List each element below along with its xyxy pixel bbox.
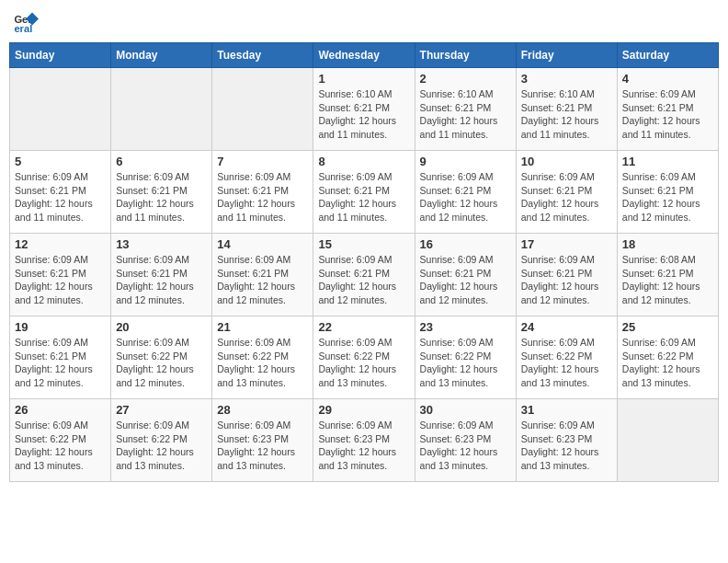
calendar-cell: 22Sunrise: 6:09 AMSunset: 6:22 PMDayligh… bbox=[313, 316, 415, 399]
day-info: Sunrise: 6:09 AMSunset: 6:21 PMDaylight:… bbox=[116, 170, 207, 224]
column-header-sunday: Sunday bbox=[10, 43, 111, 68]
day-info: Sunrise: 6:08 AMSunset: 6:21 PMDaylight:… bbox=[622, 253, 713, 307]
day-number: 13 bbox=[116, 237, 207, 251]
calendar-cell: 14Sunrise: 6:09 AMSunset: 6:21 PMDayligh… bbox=[212, 234, 313, 316]
day-number: 6 bbox=[116, 155, 207, 168]
calendar-cell: 1Sunrise: 6:10 AMSunset: 6:21 PMDaylight… bbox=[313, 68, 415, 151]
day-number: 10 bbox=[521, 155, 612, 168]
day-number: 7 bbox=[217, 155, 308, 168]
day-info: Sunrise: 6:09 AMSunset: 6:21 PMDaylight:… bbox=[622, 170, 713, 224]
calendar-cell: 9Sunrise: 6:09 AMSunset: 6:21 PMDaylight… bbox=[415, 151, 516, 234]
calendar-week-4: 19Sunrise: 6:09 AMSunset: 6:21 PMDayligh… bbox=[10, 316, 719, 399]
day-info: Sunrise: 6:09 AMSunset: 6:23 PMDaylight:… bbox=[217, 419, 308, 473]
column-header-friday: Friday bbox=[516, 43, 617, 68]
calendar-week-1: 1Sunrise: 6:10 AMSunset: 6:21 PMDaylight… bbox=[10, 68, 719, 151]
day-info: Sunrise: 6:10 AMSunset: 6:21 PMDaylight:… bbox=[521, 87, 612, 142]
calendar-cell: 19Sunrise: 6:09 AMSunset: 6:21 PMDayligh… bbox=[10, 316, 111, 399]
day-number: 15 bbox=[318, 237, 409, 251]
day-number: 16 bbox=[420, 237, 511, 251]
day-info: Sunrise: 6:09 AMSunset: 6:22 PMDaylight:… bbox=[420, 336, 511, 390]
day-number: 25 bbox=[622, 320, 713, 334]
calendar-cell: 7Sunrise: 6:09 AMSunset: 6:21 PMDaylight… bbox=[212, 151, 313, 234]
calendar-cell: 21Sunrise: 6:09 AMSunset: 6:22 PMDayligh… bbox=[212, 316, 313, 399]
day-info: Sunrise: 6:09 AMSunset: 6:22 PMDaylight:… bbox=[318, 336, 409, 390]
day-number: 4 bbox=[622, 72, 713, 86]
calendar-cell: 13Sunrise: 6:09 AMSunset: 6:21 PMDayligh… bbox=[111, 234, 212, 316]
day-info: Sunrise: 6:09 AMSunset: 6:21 PMDaylight:… bbox=[318, 253, 409, 307]
calendar-cell: 8Sunrise: 6:09 AMSunset: 6:21 PMDaylight… bbox=[313, 151, 415, 234]
calendar-cell: 12Sunrise: 6:09 AMSunset: 6:21 PMDayligh… bbox=[10, 234, 111, 316]
logo-icon: Gen eral bbox=[13, 9, 39, 35]
calendar-cell: 18Sunrise: 6:08 AMSunset: 6:21 PMDayligh… bbox=[617, 234, 718, 316]
column-header-saturday: Saturday bbox=[617, 43, 718, 68]
day-info: Sunrise: 6:09 AMSunset: 6:22 PMDaylight:… bbox=[521, 336, 612, 390]
day-info: Sunrise: 6:09 AMSunset: 6:21 PMDaylight:… bbox=[116, 253, 207, 307]
day-number: 3 bbox=[521, 72, 612, 86]
calendar-cell: 15Sunrise: 6:09 AMSunset: 6:21 PMDayligh… bbox=[313, 234, 415, 316]
column-header-wednesday: Wednesday bbox=[313, 43, 415, 68]
calendar-cell bbox=[10, 68, 111, 151]
day-number: 18 bbox=[622, 237, 713, 251]
day-info: Sunrise: 6:09 AMSunset: 6:22 PMDaylight:… bbox=[116, 336, 207, 390]
day-info: Sunrise: 6:09 AMSunset: 6:22 PMDaylight:… bbox=[15, 419, 106, 473]
day-info: Sunrise: 6:09 AMSunset: 6:21 PMDaylight:… bbox=[15, 170, 106, 224]
column-header-monday: Monday bbox=[111, 43, 212, 68]
calendar-cell: 17Sunrise: 6:09 AMSunset: 6:21 PMDayligh… bbox=[516, 234, 617, 316]
column-header-tuesday: Tuesday bbox=[212, 43, 313, 68]
calendar-cell: 3Sunrise: 6:10 AMSunset: 6:21 PMDaylight… bbox=[516, 68, 617, 151]
calendar-cell: 16Sunrise: 6:09 AMSunset: 6:21 PMDayligh… bbox=[415, 234, 516, 316]
day-number: 29 bbox=[318, 403, 409, 417]
day-number: 8 bbox=[318, 155, 409, 168]
calendar-week-2: 5Sunrise: 6:09 AMSunset: 6:21 PMDaylight… bbox=[10, 151, 719, 234]
day-info: Sunrise: 6:09 AMSunset: 6:21 PMDaylight:… bbox=[420, 170, 511, 224]
calendar-cell: 28Sunrise: 6:09 AMSunset: 6:23 PMDayligh… bbox=[212, 399, 313, 482]
day-info: Sunrise: 6:09 AMSunset: 6:21 PMDaylight:… bbox=[318, 170, 409, 224]
calendar-cell bbox=[617, 399, 718, 482]
day-number: 26 bbox=[15, 403, 106, 417]
day-info: Sunrise: 6:09 AMSunset: 6:23 PMDaylight:… bbox=[318, 419, 409, 473]
day-info: Sunrise: 6:09 AMSunset: 6:21 PMDaylight:… bbox=[420, 253, 511, 307]
day-number: 31 bbox=[521, 403, 612, 417]
calendar-cell: 11Sunrise: 6:09 AMSunset: 6:21 PMDayligh… bbox=[617, 151, 718, 234]
calendar-cell: 31Sunrise: 6:09 AMSunset: 6:23 PMDayligh… bbox=[516, 399, 617, 482]
day-info: Sunrise: 6:09 AMSunset: 6:23 PMDaylight:… bbox=[420, 419, 511, 473]
calendar-cell: 25Sunrise: 6:09 AMSunset: 6:22 PMDayligh… bbox=[617, 316, 718, 399]
calendar-cell: 27Sunrise: 6:09 AMSunset: 6:22 PMDayligh… bbox=[111, 399, 212, 482]
calendar-cell bbox=[111, 68, 212, 151]
day-number: 28 bbox=[217, 403, 308, 417]
calendar-cell: 6Sunrise: 6:09 AMSunset: 6:21 PMDaylight… bbox=[111, 151, 212, 234]
calendar-cell: 10Sunrise: 6:09 AMSunset: 6:21 PMDayligh… bbox=[516, 151, 617, 234]
calendar-cell: 20Sunrise: 6:09 AMSunset: 6:22 PMDayligh… bbox=[111, 316, 212, 399]
day-number: 5 bbox=[15, 155, 106, 168]
calendar-week-3: 12Sunrise: 6:09 AMSunset: 6:21 PMDayligh… bbox=[10, 234, 719, 316]
day-info: Sunrise: 6:09 AMSunset: 6:21 PMDaylight:… bbox=[622, 87, 713, 142]
day-info: Sunrise: 6:09 AMSunset: 6:21 PMDaylight:… bbox=[15, 336, 106, 390]
day-number: 23 bbox=[420, 320, 511, 334]
day-number: 22 bbox=[318, 320, 409, 334]
calendar-header-row: SundayMondayTuesdayWednesdayThursdayFrid… bbox=[10, 43, 719, 68]
day-number: 12 bbox=[15, 237, 106, 251]
calendar-cell: 23Sunrise: 6:09 AMSunset: 6:22 PMDayligh… bbox=[415, 316, 516, 399]
calendar-cell: 29Sunrise: 6:09 AMSunset: 6:23 PMDayligh… bbox=[313, 399, 415, 482]
day-info: Sunrise: 6:09 AMSunset: 6:21 PMDaylight:… bbox=[217, 170, 308, 224]
day-number: 11 bbox=[622, 155, 713, 168]
calendar-cell bbox=[212, 68, 313, 151]
column-header-thursday: Thursday bbox=[415, 43, 516, 68]
day-info: Sunrise: 6:09 AMSunset: 6:22 PMDaylight:… bbox=[622, 336, 713, 390]
day-number: 2 bbox=[420, 72, 511, 86]
calendar-cell: 4Sunrise: 6:09 AMSunset: 6:21 PMDaylight… bbox=[617, 68, 718, 151]
day-number: 24 bbox=[521, 320, 612, 334]
day-info: Sunrise: 6:09 AMSunset: 6:21 PMDaylight:… bbox=[15, 253, 106, 307]
day-number: 30 bbox=[420, 403, 511, 417]
page-header: Gen eral bbox=[9, 9, 719, 35]
calendar-week-5: 26Sunrise: 6:09 AMSunset: 6:22 PMDayligh… bbox=[10, 399, 719, 482]
day-number: 14 bbox=[217, 237, 308, 251]
logo: Gen eral bbox=[13, 9, 42, 35]
day-info: Sunrise: 6:10 AMSunset: 6:21 PMDaylight:… bbox=[420, 87, 511, 142]
calendar-table: SundayMondayTuesdayWednesdayThursdayFrid… bbox=[9, 42, 719, 482]
calendar-cell: 30Sunrise: 6:09 AMSunset: 6:23 PMDayligh… bbox=[415, 399, 516, 482]
day-info: Sunrise: 6:09 AMSunset: 6:21 PMDaylight:… bbox=[521, 253, 612, 307]
day-info: Sunrise: 6:09 AMSunset: 6:22 PMDaylight:… bbox=[116, 419, 207, 473]
day-number: 21 bbox=[217, 320, 308, 334]
svg-text:eral: eral bbox=[14, 23, 32, 34]
